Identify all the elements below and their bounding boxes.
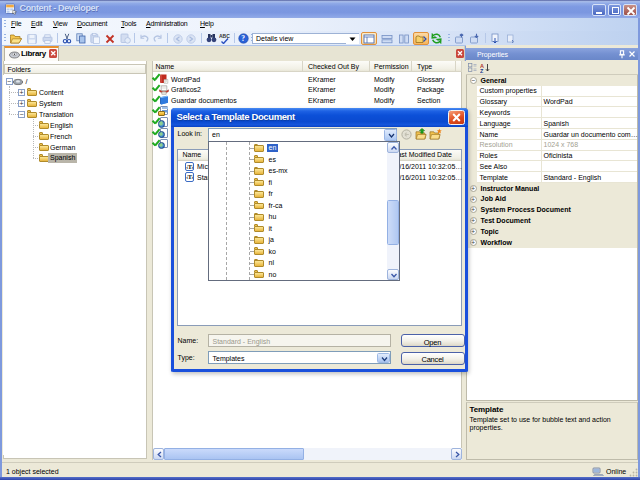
svg-text:ABC: ABC	[219, 33, 230, 39]
svg-text:‹T›: ‹T›	[186, 163, 194, 171]
svg-text:‹T›: ‹T›	[186, 173, 194, 181]
svg-text:?: ?	[241, 34, 245, 43]
